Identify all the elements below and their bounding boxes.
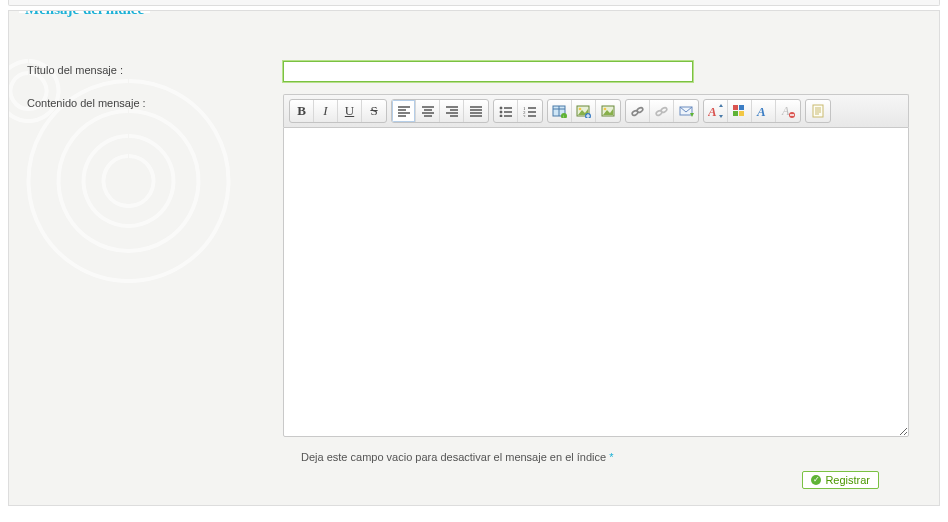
svg-rect-49 — [733, 105, 738, 110]
svg-rect-50 — [739, 105, 744, 110]
content-label: Contenido del mensaje : — [27, 94, 283, 109]
image-host-button[interactable] — [572, 100, 596, 122]
toolbar-group-textstyle: B I U S — [289, 99, 387, 123]
insert-table-button[interactable]: + — [548, 100, 572, 122]
align-left-button[interactable] — [392, 100, 416, 122]
index-message-panel: Mensaje del índice Título del mensaje : … — [8, 10, 940, 506]
hint-body: Deja este campo vacio para desactivar el… — [301, 451, 609, 463]
toolbar-group-lists: 123 — [493, 99, 543, 123]
hint-text: Deja este campo vacio para desactivar el… — [301, 451, 909, 463]
toolbar-group-insert: + — [547, 99, 621, 123]
link-button[interactable] — [626, 100, 650, 122]
svg-point-43 — [660, 106, 667, 112]
svg-point-17 — [500, 111, 502, 113]
remove-format-button[interactable]: A — [776, 100, 800, 122]
svg-point-39 — [603, 107, 606, 110]
svg-point-41 — [636, 106, 643, 112]
mail-button[interactable] — [674, 100, 698, 122]
toolbar-group-font: A A A — [703, 99, 801, 123]
align-center-button[interactable] — [416, 100, 440, 122]
content-row: Contenido del mensaje : B I U S — [27, 94, 909, 439]
register-label: Registrar — [825, 474, 870, 486]
unlink-button[interactable] — [650, 100, 674, 122]
ordered-list-button[interactable]: 123 — [518, 100, 542, 122]
source-button[interactable] — [806, 100, 830, 122]
underline-button[interactable]: U — [338, 100, 362, 122]
svg-text:3: 3 — [523, 114, 526, 117]
register-button[interactable]: ✓ Registrar — [802, 471, 879, 489]
strike-button[interactable]: S — [362, 100, 386, 122]
message-content-textarea[interactable] — [283, 127, 909, 437]
svg-rect-57 — [813, 105, 823, 117]
toolbar-group-links — [625, 99, 699, 123]
font-family-button[interactable]: A — [752, 100, 776, 122]
toolbar-group-source — [805, 99, 831, 123]
check-icon: ✓ — [811, 475, 821, 485]
align-right-button[interactable] — [440, 100, 464, 122]
unordered-list-button[interactable] — [494, 100, 518, 122]
actions-row: ✓ Registrar — [27, 471, 879, 489]
svg-text:+: + — [562, 114, 565, 118]
svg-point-18 — [500, 115, 502, 117]
message-title-input[interactable] — [283, 61, 693, 82]
panel-title: Mensaje del índice — [19, 10, 150, 18]
svg-marker-47 — [719, 104, 723, 107]
svg-point-35 — [579, 107, 582, 110]
svg-rect-51 — [733, 111, 738, 116]
editor-toolbar: B I U S — [283, 94, 909, 127]
svg-text:A: A — [708, 104, 717, 118]
rich-text-editor: B I U S — [283, 94, 909, 439]
hint-asterisk: * — [609, 451, 613, 463]
title-row: Título del mensaje : — [27, 61, 909, 82]
bold-button[interactable]: B — [290, 100, 314, 122]
title-label: Título del mensaje : — [27, 61, 283, 76]
svg-point-16 — [500, 107, 502, 109]
svg-marker-48 — [719, 115, 723, 118]
panel-content: Título del mensaje : Contenido del mensa… — [9, 11, 939, 489]
toolbar-group-align — [391, 99, 489, 123]
previous-panel-edge — [8, 0, 940, 6]
italic-button[interactable]: I — [314, 100, 338, 122]
svg-text:A: A — [756, 104, 766, 118]
svg-text:A: A — [781, 104, 790, 118]
font-size-button[interactable]: A — [704, 100, 728, 122]
font-color-button[interactable] — [728, 100, 752, 122]
align-justify-button[interactable] — [464, 100, 488, 122]
insert-image-button[interactable] — [596, 100, 620, 122]
svg-rect-52 — [739, 111, 744, 116]
